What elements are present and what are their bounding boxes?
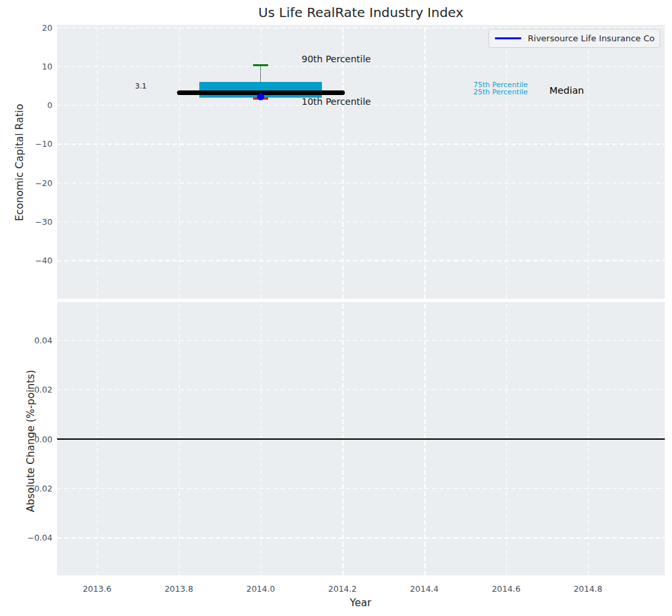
bottom-plot-area	[57, 302, 665, 575]
x-axis-label: Year	[350, 597, 372, 609]
gridline-horizontal	[57, 66, 665, 67]
x-tick-label: 2014.0	[247, 584, 275, 594]
p10-annotation: 10th Percentile	[302, 96, 371, 107]
y-tick-label: 0	[7, 100, 52, 110]
y-tick-label: −20	[7, 178, 52, 187]
gridline-horizontal	[57, 183, 665, 183]
gridline-horizontal	[57, 537, 665, 538]
figure: Us Life RealRate Industry Index 90th Per…	[0, 0, 672, 616]
gridline-horizontal	[57, 221, 665, 222]
chart-title: Us Life RealRate Industry Index	[57, 5, 665, 20]
median-annotation: Median	[549, 85, 584, 96]
y-tick-label: 10	[7, 61, 52, 71]
y-tick-label: 0.00	[7, 434, 52, 444]
gridline-horizontal	[57, 340, 665, 341]
y-tick-label: 0.04	[7, 335, 52, 345]
y-tick-label: −40	[7, 256, 52, 265]
legend-label: Riversource Life Insurance Co	[528, 33, 655, 43]
x-tick-label: 2013.8	[165, 584, 193, 594]
top-y-axis-label: Economic Capital Ratio	[14, 104, 26, 221]
legend-line-swatch	[495, 37, 521, 39]
y-tick-label: 0.02	[7, 385, 52, 395]
legend: Riversource Life Insurance Co	[488, 29, 660, 48]
top-plot-area	[57, 25, 665, 299]
gridline-horizontal	[57, 260, 665, 261]
p90-annotation: 90th Percentile	[302, 54, 371, 64]
zero-reference-line	[57, 438, 665, 440]
company-data-point[interactable]	[257, 93, 264, 100]
median-value-label: 3.1	[135, 82, 147, 90]
p90-cap	[253, 64, 267, 66]
y-tick-label: −10	[7, 139, 52, 149]
x-tick-label: 2014.4	[410, 584, 439, 594]
y-tick-label: 20	[7, 22, 52, 32]
x-tick-label: 2014.8	[574, 584, 603, 594]
y-tick-label: −0.02	[7, 483, 52, 493]
gridline-horizontal	[57, 389, 665, 390]
gridline-horizontal	[57, 144, 665, 144]
x-tick-label: 2014.2	[328, 584, 357, 594]
y-tick-label: −0.04	[7, 533, 52, 543]
p25-annotation: 25th Percentile	[473, 88, 528, 96]
gridline-horizontal	[57, 488, 665, 489]
gridline-horizontal	[57, 28, 665, 28]
y-tick-label: −30	[7, 217, 52, 227]
x-tick-label: 2013.6	[83, 584, 111, 594]
x-tick-label: 2014.6	[492, 584, 521, 594]
